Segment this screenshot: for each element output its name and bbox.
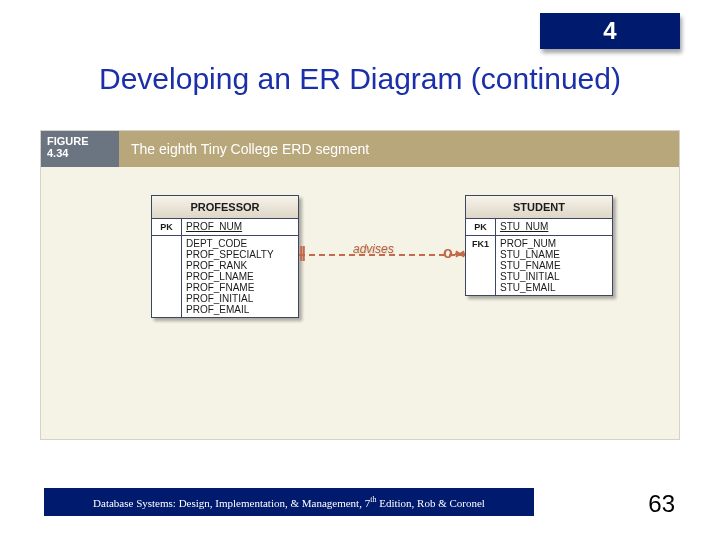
attr: PROF_EMAIL <box>186 304 294 315</box>
fk-attr: PROF_NUM <box>500 238 608 249</box>
footer-citation: Database Systems: Design, Implementation… <box>44 488 534 516</box>
slide-title: Developing an ER Diagram (continued) <box>0 62 720 96</box>
chapter-badge: 4 <box>540 13 680 49</box>
attr: PROF_RANK <box>186 260 294 271</box>
cardinality-one-icon: || <box>299 244 304 262</box>
pk-attr: PROF_NUM <box>186 221 294 232</box>
attr: STU_EMAIL <box>500 282 608 293</box>
attr: DEPT_CODE <box>186 238 294 249</box>
entity-professor: PROFESSOR PK PROF_NUM DEPT_CODE PROF_SPE… <box>151 195 299 318</box>
entity-professor-title: PROFESSOR <box>152 196 298 219</box>
fk-label: FK1 <box>466 236 496 295</box>
footer-text: Database Systems: Design, Implementation… <box>93 495 485 509</box>
attr: PROF_LNAME <box>186 271 294 282</box>
entity-student: STUDENT PK STU_NUM FK1 PROF_NUM STU_LNAM… <box>465 195 613 296</box>
pk-attr: STU_NUM <box>500 221 608 232</box>
figure-label: FIGURE 4.34 <box>41 131 119 167</box>
pk-label: PK <box>466 219 496 235</box>
crowsfoot-icon <box>455 247 465 261</box>
figure-header: FIGURE 4.34 The eighth Tiny College ERD … <box>41 131 679 167</box>
figure-label-prefix: FIGURE <box>47 135 89 147</box>
figure-container: FIGURE 4.34 The eighth Tiny College ERD … <box>40 130 680 440</box>
attr: PROF_FNAME <box>186 282 294 293</box>
entity-student-title: STUDENT <box>466 196 612 219</box>
figure-body: PROFESSOR PK PROF_NUM DEPT_CODE PROF_SPE… <box>41 167 679 439</box>
page-number: 63 <box>648 490 675 518</box>
attr: STU_FNAME <box>500 260 608 271</box>
attr: PROF_SPECIALTY <box>186 249 294 260</box>
cardinality-optional-icon: o <box>443 244 451 262</box>
figure-caption: The eighth Tiny College ERD segment <box>119 131 679 167</box>
attr: STU_INITIAL <box>500 271 608 282</box>
attr: STU_LNAME <box>500 249 608 260</box>
relationship-label: advises <box>353 242 394 256</box>
figure-number: 4.34 <box>47 147 68 159</box>
pk-label: PK <box>152 219 182 235</box>
attr: PROF_INITIAL <box>186 293 294 304</box>
